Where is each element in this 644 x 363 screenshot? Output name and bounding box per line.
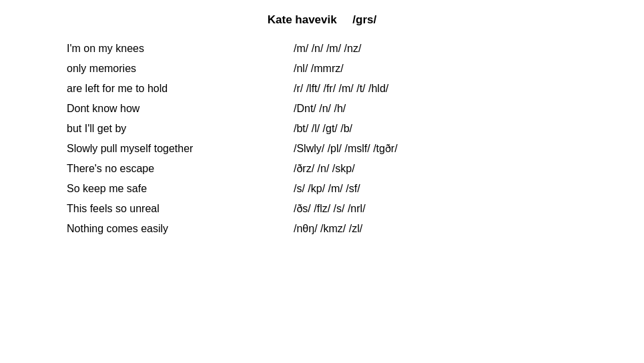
table-row: I'm on my knees/m/ /n/ /m/ /nz/ [27, 39, 617, 59]
table-row: Slowly pull myself together/Slwly/ /pl/ … [27, 139, 617, 159]
lyrics-table: I'm on my knees/m/ /n/ /m/ /nz/only memo… [27, 39, 617, 239]
phonetic-text: /s/ /kp/ /m/ /sf/ [280, 179, 617, 199]
table-row: only memories/nl/ /mmrz/ [27, 59, 617, 79]
lyric-text: only memories [27, 59, 280, 79]
lyric-text: Slowly pull myself together [27, 139, 280, 159]
song-phonetic: /grs/ [352, 13, 376, 26]
phonetic-text: /nθŋ/ /kmz/ /zl/ [280, 219, 617, 239]
phonetic-text: /ðrz/ /n/ /skp/ [280, 159, 617, 179]
lyric-text: but I'll get by [27, 119, 280, 139]
phonetic-text: /m/ /n/ /m/ /nz/ [280, 39, 617, 59]
phonetic-text: /Slwly/ /pl/ /mslf/ /tgðr/ [280, 139, 617, 159]
table-row: Dont know how/Dnt/ /n/ /h/ [27, 99, 617, 119]
table-row: This feels so unreal/ðs/ /flz/ /s/ /nrl/ [27, 199, 617, 219]
phonetic-text: /r/ /lft/ /fr/ /m/ /t/ /hld/ [280, 79, 617, 99]
lyric-text: Nothing comes easily [27, 219, 280, 239]
table-row: Nothing comes easily/nθŋ/ /kmz/ /zl/ [27, 219, 617, 239]
table-row: So keep me safe/s/ /kp/ /m/ /sf/ [27, 179, 617, 199]
lyric-text: I'm on my knees [27, 39, 280, 59]
lyric-text: Dont know how [27, 99, 280, 119]
table-row: but I'll get by/bt/ /l/ /gt/ /b/ [27, 119, 617, 139]
phonetic-text: /bt/ /l/ /gt/ /b/ [280, 119, 617, 139]
lyric-text: So keep me safe [27, 179, 280, 199]
lyric-text: are left for me to hold [27, 79, 280, 99]
phonetic-text: /ðs/ /flz/ /s/ /nrl/ [280, 199, 617, 219]
table-row: are left for me to hold/r/ /lft/ /fr/ /m… [27, 79, 617, 99]
page-container: Kate havevik /grs/ I'm on my knees/m/ /n… [0, 0, 644, 363]
phonetic-text: /nl/ /mmrz/ [280, 59, 617, 79]
header-title: Kate havevik /grs/ [268, 13, 376, 26]
phonetic-text: /Dnt/ /n/ /h/ [280, 99, 617, 119]
lyric-text: This feels so unreal [27, 199, 280, 219]
header-row: Kate havevik /grs/ [27, 13, 617, 27]
lyric-text: There's no escape [27, 159, 280, 179]
table-row: There's no escape/ðrz/ /n/ /skp/ [27, 159, 617, 179]
song-title: Kate havevik [268, 13, 337, 26]
